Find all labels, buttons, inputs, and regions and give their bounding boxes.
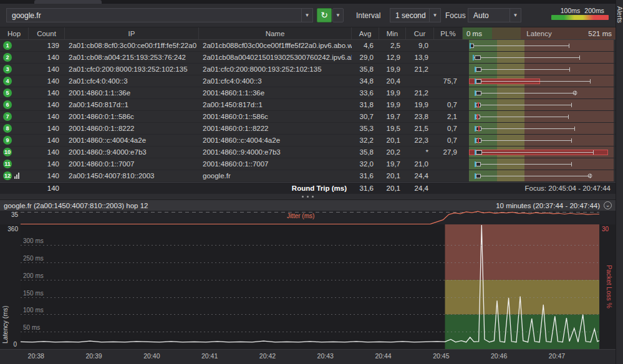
min-cell: 2,5 — [379, 40, 406, 51]
latency-whisker — [475, 176, 590, 176]
latency-whisker — [475, 105, 571, 105]
legend-gradient-bar — [551, 15, 609, 20]
latency-range-plot — [469, 99, 614, 110]
y-max-label: 360 — [7, 226, 18, 232]
table-row[interactable]: 71402001:4860:0:1::586c2001:4860:0:1::58… — [0, 111, 616, 123]
latency-box — [475, 55, 481, 60]
focus-label: Focus — [445, 11, 466, 20]
table-row[interactable]: 81402001:4860:0:1::82222001:4860:0:1::82… — [0, 123, 616, 135]
refresh-icon: ↻ — [321, 10, 328, 20]
table-row[interactable]: 41402a01:cfc4:0:400::32a01:cfc4:0:400::3… — [0, 75, 616, 87]
table-row[interactable]: 31402a01:cfc0:200:8000:193:252:102:1352a… — [0, 64, 616, 75]
collapse-icon[interactable]: ⌄ — [604, 201, 612, 209]
table-row[interactable]: 101402001:4860::9:4000:e7b32001:4860::9:… — [0, 146, 616, 158]
alerts-tab[interactable]: Alerts — [616, 5, 623, 23]
table-row[interactable]: 21402a01:cb08:a004:215:193:253:76:2422a0… — [0, 52, 616, 64]
gridline-label: 100 ms — [23, 307, 44, 314]
name-cell: 2a01:cfc0:200:8000:193:252:102:135 — [199, 64, 352, 75]
table-row[interactable]: 61402a00:1450:817d::12a00:1450:817d::131… — [0, 99, 616, 111]
summary-focus-range: Focus: 20:45:04 - 20:47:44 — [463, 183, 616, 194]
hop-badge: 11 — [3, 160, 12, 168]
min-cell: 19,5 — [379, 123, 406, 134]
jitter-plot: Jitter (ms) — [21, 211, 599, 224]
interval-value[interactable]: 1 second — [390, 11, 429, 20]
avg-cell: 31,8 — [352, 99, 379, 110]
avg-cell: 32,0 — [352, 158, 379, 170]
target-combobox[interactable]: google.fr ▼ — [6, 8, 313, 22]
dropdown-arrow-icon[interactable]: ▼ — [301, 9, 312, 22]
ip-cell: 2a00:1450:817d::1 — [65, 99, 199, 110]
header-latency[interactable]: 0 ms Latency 521 ms — [463, 27, 616, 39]
min-cell: 19,7 — [379, 158, 406, 170]
loss-marker — [477, 114, 478, 120]
latency-cell — [463, 158, 616, 170]
ip-cell: 2a01:cb08:8cf0:3c00:ce00:f1ff:fe5f:22a0 — [65, 40, 199, 51]
latency-timeline-plot[interactable]: 360 Latency (ms) 0 300 ms250 ms200 ms150… — [0, 224, 616, 349]
focus-value[interactable]: Auto — [468, 11, 510, 20]
hop-badge: 7 — [3, 112, 12, 121]
ip-cell: 2001:4860:0:1::586c — [65, 111, 199, 122]
cur-cell — [406, 75, 434, 87]
cur-cell: 23,8 — [406, 111, 434, 122]
gridline-label: 50 ms — [23, 324, 40, 331]
pl-cell — [434, 40, 463, 51]
target-value[interactable]: google.fr — [7, 11, 301, 20]
header-name[interactable]: Name — [199, 27, 352, 39]
summary-avg: 31,6 — [352, 183, 379, 194]
start-trace-button[interactable]: ↻ — [317, 8, 332, 22]
latency-cell — [463, 75, 616, 87]
table-row[interactable]: 11392a01:cb08:8cf0:3c00:ce00:f1ff:fe5f:2… — [0, 40, 616, 52]
time-tick-label: 20:43 — [317, 352, 334, 360]
header-ip[interactable]: IP — [65, 27, 199, 39]
avg-cell: 32,2 — [352, 135, 379, 146]
hop-cell: 9 — [0, 135, 29, 146]
dropdown-arrow-icon[interactable]: ▼ — [429, 9, 440, 22]
avg-cell: 35,8 — [352, 64, 379, 75]
ip-cell: 2001:4860:1:1::36e — [65, 87, 199, 98]
table-row[interactable]: 51402001:4860:1:1::36e2001:4860:1:1::36e… — [0, 87, 616, 99]
table-row[interactable]: 121402a00:1450:4007:810::2003google.fr31… — [0, 170, 616, 182]
header-pl[interactable]: PL% — [434, 27, 463, 39]
count-cell: 140 — [29, 146, 65, 158]
count-cell: 140 — [29, 99, 65, 110]
plot-area[interactable]: 300 ms250 ms200 ms150 ms100 ms50 ms — [21, 224, 599, 349]
summary-label: Round Trip (ms) — [199, 183, 352, 194]
pane-splitter[interactable] — [0, 194, 616, 200]
interval-combobox[interactable]: 1 second ▼ — [390, 8, 441, 22]
header-avg[interactable]: Avg — [352, 27, 379, 39]
header-hop[interactable]: Hop — [0, 27, 29, 39]
latency-cell — [463, 170, 616, 181]
table-row[interactable]: 91402001:4860::c:4004:4a2e2001:4860::c:4… — [0, 135, 616, 146]
name-cell: 2a01cb088cf03c00ce00f1fffe5f22a0.ipv6.ab… — [199, 40, 352, 51]
summary-count: 140 — [29, 183, 65, 194]
latency-range-plot — [469, 123, 614, 134]
jitter-strip[interactable]: 35 Jitter (ms) — [0, 211, 616, 224]
header-count[interactable]: Count — [29, 27, 65, 39]
header-cur[interactable]: Cur — [406, 27, 434, 39]
min-latency-marker — [475, 126, 476, 132]
focus-combobox[interactable]: Auto ▼ — [468, 8, 521, 22]
hop-badge: 4 — [3, 77, 12, 85]
gridline — [21, 245, 599, 246]
latency-cell — [463, 99, 616, 110]
pingplotter-window: google.fr ▼ ↻ ▼ Interval 1 second ▼ Focu… — [0, 0, 623, 364]
gridline-label: 300 ms — [23, 237, 44, 244]
hop-badge: 3 — [3, 65, 12, 74]
dropdown-arrow-icon[interactable]: ▼ — [510, 9, 521, 22]
start-trace-dropdown[interactable]: ▼ — [332, 8, 344, 22]
min-latency-marker — [475, 150, 476, 155]
ip-cell: 2a01:cfc4:0:400::3 — [65, 75, 199, 87]
latency-range-plot — [469, 158, 614, 170]
avg-cell: 35,3 — [352, 123, 379, 134]
summary-pl-cell — [434, 183, 463, 194]
latency-whisker — [475, 81, 590, 82]
legend-200ms-label: 200ms — [584, 7, 604, 14]
table-row[interactable]: 111402001:4860:0:1::70072001:4860:0:1::7… — [0, 158, 616, 170]
hop-cell: 12 — [0, 170, 29, 181]
count-cell: 140 — [29, 52, 65, 63]
cur-cell: * — [406, 146, 434, 158]
hop-cell: 3 — [0, 64, 29, 75]
summary-row[interactable]: 140 Round Trip (ms) 31,6 20,1 24,4 Focus… — [0, 182, 616, 194]
latency-cell — [463, 146, 616, 158]
header-min[interactable]: Min — [379, 27, 406, 39]
